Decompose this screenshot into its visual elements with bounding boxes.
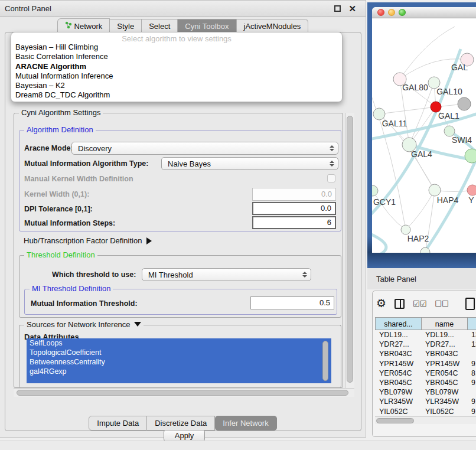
- network-node-hap4[interactable]: [429, 184, 441, 196]
- algorithm-option[interactable]: ARACNE Algorithm: [11, 62, 342, 71]
- kernel-width-field[interactable]: 0.0: [252, 188, 336, 201]
- columns-icon[interactable]: [395, 299, 405, 309]
- algorithm-option[interactable]: Dream8 DC_TDC Algorithm: [11, 90, 342, 100]
- node-table: shared...nameA YDL19...YDL19...13YDR27..…: [375, 317, 476, 415]
- bottom-tab-infer-network[interactable]: Infer Network: [215, 416, 276, 431]
- stepper-icon: [328, 145, 338, 151]
- hub-definition-label: Hub/Transcription Factor Definition: [24, 236, 142, 245]
- algorithm-option[interactable]: Bayesian – Hill Climbing: [11, 43, 342, 52]
- which-threshold-select[interactable]: MI Threshold: [142, 268, 311, 281]
- network-node-label: HAP2: [407, 234, 429, 243]
- network-node-hap2[interactable]: [401, 225, 410, 234]
- algorithm-option[interactable]: Basic Correlation Inference: [11, 52, 342, 61]
- network-node[interactable]: [465, 149, 476, 163]
- float-window-icon[interactable]: [334, 5, 341, 12]
- control-panel-titlebar: Control Panel ✕: [0, 1, 366, 17]
- table-row[interactable]: YPR145WYPR145W9.: [375, 359, 476, 369]
- attribute-item[interactable]: BetweennessCentrality: [27, 357, 331, 367]
- document-icon[interactable]: [465, 298, 475, 310]
- close-icon[interactable]: ✕: [348, 4, 356, 14]
- settings-horizontal-scrollbar[interactable]: [14, 388, 354, 397]
- mi-threshold-field[interactable]: 0.5: [250, 296, 334, 309]
- network-edge[interactable]: [373, 191, 406, 230]
- network-window-titlebar: [372, 7, 476, 18]
- mac-close-icon[interactable]: [377, 9, 384, 16]
- network-icon: [65, 21, 72, 31]
- aracne-mode-select[interactable]: Discovery: [71, 142, 338, 155]
- network-edge[interactable]: [406, 190, 435, 230]
- network-node-label: SWI4: [452, 135, 472, 145]
- table-cell: YBR045C: [421, 378, 467, 387]
- network-node-gal11[interactable]: [373, 108, 385, 120]
- table-row[interactable]: YER054CYER054C8.: [375, 369, 476, 378]
- algorithm-definition-title: Algorithm Definition: [24, 125, 96, 134]
- table-cell: YLR345W: [375, 397, 421, 406]
- table-horizontal-scrollbar[interactable]: [375, 416, 476, 424]
- table-row[interactable]: YBL079WYBL079W: [375, 387, 476, 397]
- threshold-definition-title: Threshold Definition: [24, 250, 97, 259]
- table-cell: 13: [467, 330, 476, 340]
- mac-zoom-icon[interactable]: [399, 9, 406, 16]
- deselect-all-checks-icon[interactable]: ☐☐: [435, 299, 448, 308]
- table-row[interactable]: YIL052CYIL052C9.: [375, 407, 476, 416]
- sources-title-row[interactable]: Sources for Network Inference: [24, 320, 144, 329]
- tab-label: Network: [74, 22, 103, 31]
- table-cell: YPR145W: [375, 359, 421, 369]
- settings-vscroll-thumb[interactable]: [347, 116, 353, 383]
- table-column-header[interactable]: shared...: [375, 317, 421, 330]
- settings-vertical-scrollbar[interactable]: [345, 113, 354, 388]
- tab-label: Style: [117, 22, 134, 31]
- network-node[interactable]: [458, 97, 471, 110]
- table-row[interactable]: YDL19...YDL19...13: [375, 330, 476, 340]
- table-panel-header: Table Panel: [367, 268, 476, 289]
- table-row[interactable]: YBR045CYBR045C9.: [375, 378, 476, 387]
- hub-definition-toggle[interactable]: Hub/Transcription Factor Definition: [24, 236, 152, 245]
- algorithm-option[interactable]: Mutual Information Inference: [11, 71, 342, 81]
- stepper-icon: [301, 272, 311, 278]
- mi-type-select[interactable]: Naive Bayes: [161, 157, 338, 170]
- table-row[interactable]: YDR27...YDR27...12: [375, 340, 476, 349]
- gear-icon[interactable]: ⚙: [376, 298, 386, 309]
- attribute-item[interactable]: SelfLoops: [27, 338, 331, 348]
- mi-steps-field[interactable]: 6: [252, 216, 336, 229]
- mi-threshold-label: Mutual Information Threshold:: [31, 299, 138, 308]
- algorithm-dropdown-list: Bayesian – Hill ClimbingBasic Correlatio…: [11, 43, 342, 100]
- table-row[interactable]: YBR043CYBR043C: [375, 349, 476, 358]
- mac-minimize-icon[interactable]: [388, 9, 395, 16]
- network-edge[interactable]: [400, 27, 455, 79]
- algorithm-definition-group: Algorithm Definition Aracne Mode: Discov…: [19, 130, 341, 231]
- bottom-tab-discretize-data[interactable]: Discretize Data: [147, 416, 215, 431]
- attributes-scrollbar-thumb[interactable]: [322, 341, 328, 381]
- dpi-tolerance-field[interactable]: 0.0: [252, 202, 336, 215]
- table-hscroll-thumb[interactable]: [376, 418, 414, 423]
- table-cell: [467, 387, 476, 397]
- bottom-tab-impute-data[interactable]: Impute Data: [89, 416, 147, 431]
- attribute-item[interactable]: TopologicalCoefficient: [27, 348, 331, 357]
- expand-right-icon: [146, 237, 152, 244]
- network-node-label: Y: [468, 195, 474, 205]
- manual-kernel-label: Manual Kernel Width Definition: [24, 175, 133, 183]
- settings-hscroll-thumb[interactable]: [17, 390, 348, 396]
- network-node-gcy1[interactable]: [372, 185, 378, 196]
- table-cell: [467, 349, 476, 358]
- mi-threshold-group: MI Threshold Definition Mutual Informati…: [24, 289, 337, 315]
- table-row[interactable]: YLR345WYLR345W9.: [375, 397, 476, 406]
- table-toolbar: ⚙ ☑☑ ☐☐: [376, 296, 476, 311]
- network-node-y[interactable]: [467, 185, 476, 195]
- network-node-label: GAL80: [402, 83, 428, 92]
- table-column-header[interactable]: name: [421, 317, 467, 330]
- network-edge-highlighted[interactable]: [372, 232, 386, 253]
- table-cell: 9.: [467, 378, 476, 387]
- bottom-strip: [0, 441, 476, 450]
- attribute-item[interactable]: gal4RGexp: [27, 367, 331, 376]
- algorithm-option[interactable]: Bayesian – K2: [11, 81, 342, 90]
- collapse-down-icon: [134, 322, 141, 327]
- select-all-checks-icon[interactable]: ☑☑: [413, 299, 426, 308]
- network-canvas[interactable]: GALGAL80GAL10GAL1GAL11GAL4SWI4HAP4YGCY1H…: [372, 18, 476, 253]
- algorithm-dropdown-popup: Select algorithm to view settings Bayesi…: [11, 32, 343, 102]
- manual-kernel-checkbox[interactable]: [327, 174, 335, 182]
- tab-label: Select: [149, 22, 170, 31]
- table-cell: YBR043C: [421, 349, 467, 358]
- network-edge[interactable]: [379, 107, 436, 114]
- table-column-header[interactable]: A: [467, 317, 476, 330]
